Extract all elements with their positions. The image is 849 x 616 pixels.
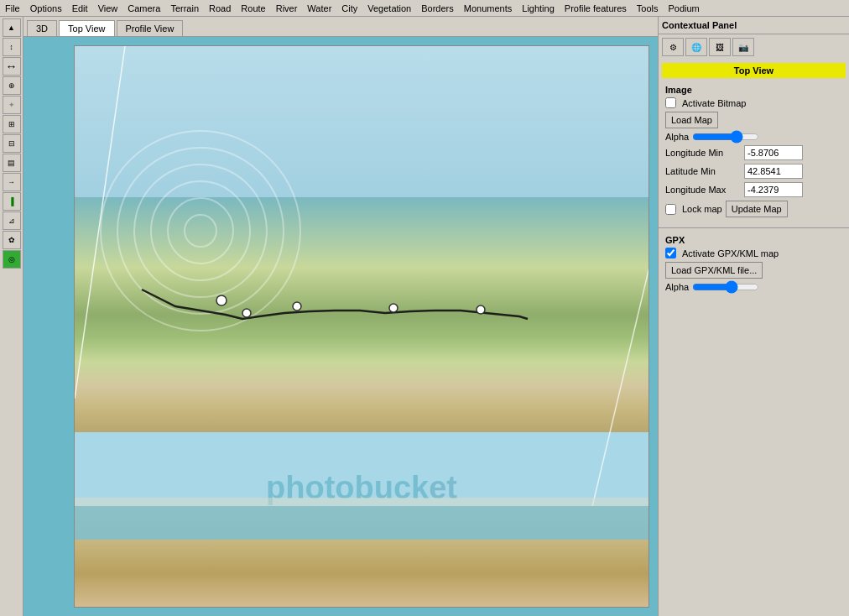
menu-vegetation[interactable]: Vegetation [362, 2, 416, 15]
update-map-button[interactable]: Update Map [726, 201, 788, 217]
longitude-min-label: Longitude Min [665, 148, 741, 158]
activate-bitmap-row: Activate Bitmap [665, 97, 842, 108]
svg-point-6 [477, 305, 485, 314]
panel-header: Contextual Panel [659, 17, 849, 34]
longitude-max-label: Longitude Max [665, 185, 741, 195]
toolbar-btn-7[interactable]: ⊟ [3, 134, 21, 153]
main-container: ▲ ↕ ↔ ⊕ ✦ ⊞ ⊟ ▤ → ▐ ⊿ ✿ ◎ 3D Top View Pr… [0, 17, 849, 616]
toolbar-btn-3[interactable]: ↔ [3, 57, 21, 76]
menu-road[interactable]: Road [204, 2, 236, 15]
panel-tab-camera[interactable]: 📷 [732, 38, 754, 56]
latitude-min-label: Latitude Min [665, 166, 741, 176]
right-panel: Contextual Panel ⚙ 🌐 🖼 📷 Top View Image … [658, 17, 849, 616]
toolbar-btn-11[interactable]: ⊿ [3, 211, 21, 230]
alpha-label: Alpha [665, 132, 689, 142]
alpha-slider[interactable] [692, 133, 759, 141]
svg-point-3 [242, 309, 251, 317]
toolbar-btn-8[interactable]: ▤ [3, 154, 21, 172]
toolbar-btn-13[interactable]: ◎ [3, 250, 21, 269]
bottom-terrain [75, 540, 648, 607]
alpha-slider-2[interactable] [692, 283, 759, 291]
menu-monuments[interactable]: Monuments [459, 2, 517, 15]
menu-water[interactable]: Water [302, 2, 336, 15]
center-content: 3D Top View Profile View [23, 17, 658, 616]
menu-city[interactable]: City [336, 2, 362, 15]
longitude-min-input[interactable] [744, 145, 803, 160]
menu-terrain[interactable]: Terrain [165, 2, 204, 15]
latitude-min-row: Latitude Min [665, 164, 842, 179]
longitude-max-row: Longitude Max [665, 182, 842, 197]
image-section-title: Image [665, 85, 842, 95]
menu-tools[interactable]: Tools [632, 2, 664, 15]
viewport: photobucket Protect more of your memorie… [23, 37, 658, 616]
toolbar-btn-2[interactable]: ↕ [3, 38, 21, 56]
svg-point-2 [216, 295, 227, 305]
svg-point-5 [389, 304, 398, 312]
toolbar-btn-6[interactable]: ⊞ [3, 115, 21, 133]
image-section: Image Activate Bitmap Load Map Alpha Lon… [659, 81, 849, 224]
lock-map-label: Lock map [682, 204, 722, 214]
panel-tabs: ⚙ 🌐 🖼 📷 [659, 34, 849, 60]
activate-bitmap-checkbox[interactable] [665, 97, 676, 108]
menu-route[interactable]: Route [236, 2, 270, 15]
alpha-row: Alpha [665, 132, 842, 142]
activate-bitmap-label: Activate Bitmap [682, 98, 746, 108]
lock-map-checkbox[interactable] [665, 204, 676, 215]
tab-bar: 3D Top View Profile View [23, 17, 658, 37]
activate-gpx-checkbox[interactable] [665, 248, 676, 258]
svg-point-4 [293, 302, 301, 311]
load-map-row: Load Map [665, 112, 842, 128]
toolbar-btn-1[interactable]: ▲ [3, 18, 21, 37]
menu-view[interactable]: View [93, 2, 123, 15]
load-gpx-button[interactable]: Load GPX/KML file... [665, 262, 763, 279]
svg-line-0 [75, 46, 125, 399]
view-label: Top View [662, 63, 846, 78]
menu-options[interactable]: Options [25, 2, 67, 15]
toolbar-btn-5[interactable]: ✦ [3, 96, 21, 114]
toolbar-btn-10[interactable]: ▐ [3, 192, 21, 211]
longitude-min-row: Longitude Min [665, 145, 842, 160]
left-toolbar: ▲ ↕ ↔ ⊕ ✦ ⊞ ⊟ ▤ → ▐ ⊿ ✿ ◎ [0, 17, 23, 616]
tab-profile-view[interactable]: Profile View [117, 20, 184, 36]
toolbar-btn-12[interactable]: ✿ [3, 231, 21, 249]
menu-edit[interactable]: Edit [67, 2, 93, 15]
activate-gpx-label: Activate GPX/KML map [682, 248, 779, 258]
menu-file[interactable]: File [0, 2, 25, 15]
panel-tab-puzzle[interactable]: ⚙ [662, 38, 684, 56]
alpha-row-2: Alpha [665, 282, 842, 292]
activate-gpx-row: Activate GPX/KML map [665, 248, 842, 258]
menu-borders[interactable]: Borders [416, 2, 459, 15]
menu-profile-features[interactable]: Profile features [560, 2, 632, 15]
longitude-max-input[interactable] [744, 182, 803, 197]
gpx-section: GPX Activate GPX/KML map Load GPX/KML fi… [659, 232, 849, 299]
alpha-label-2: Alpha [665, 282, 689, 292]
load-map-button[interactable]: Load Map [665, 112, 718, 128]
map-area: photobucket Protect more of your memorie… [74, 45, 649, 608]
menu-river[interactable]: River [271, 2, 303, 15]
tab-3d[interactable]: 3D [27, 20, 57, 36]
toolbar-btn-9[interactable]: → [3, 173, 21, 191]
load-gpx-row: Load GPX/KML file... [665, 262, 842, 279]
gpx-section-title: GPX [665, 235, 842, 245]
menu-camera[interactable]: Camera [122, 2, 165, 15]
tab-top-view[interactable]: Top View [59, 20, 114, 36]
menubar: File Options Edit View Camera Terrain Ro… [0, 0, 849, 17]
light-band [75, 498, 648, 540]
menu-lighting[interactable]: Lighting [517, 2, 560, 15]
menu-podium[interactable]: Podium [663, 2, 704, 15]
latitude-min-input[interactable] [744, 164, 803, 179]
toolbar-btn-4[interactable]: ⊕ [3, 76, 21, 95]
panel-tab-image[interactable]: 🖼 [709, 38, 731, 56]
panel-tab-globe[interactable]: 🌐 [685, 38, 707, 56]
lock-map-row: Lock map Update Map [665, 201, 842, 217]
section-divider [659, 227, 849, 228]
